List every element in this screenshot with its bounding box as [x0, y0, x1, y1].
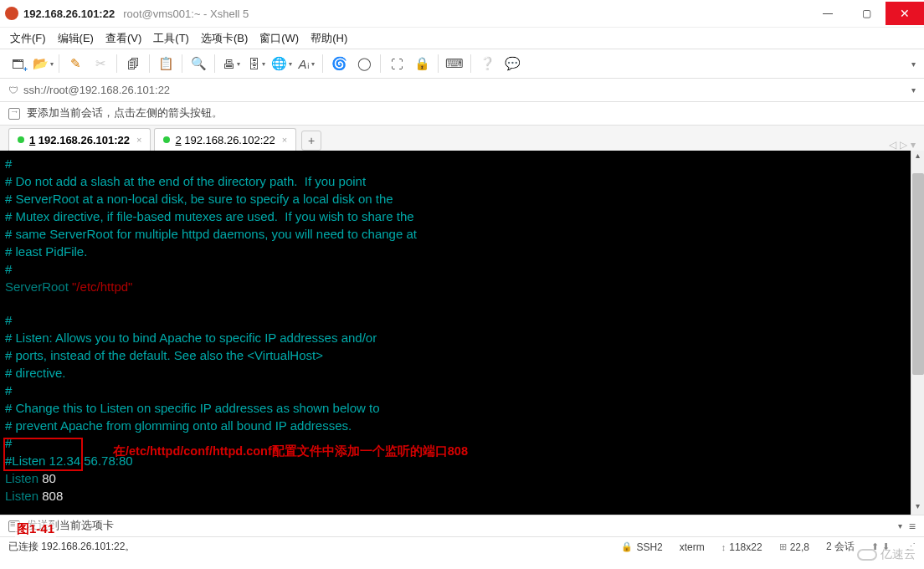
annotation-text: 在/etc/httpd/conf/httpd.conf配置文件中添加一个监听的端… — [113, 443, 468, 459]
address-text: ssh://root@192.168.26.101:22 — [23, 84, 170, 96]
terminal-line: # Change this to Listen on specific IP a… — [5, 401, 380, 415]
figure-label: 图1-41 — [15, 521, 56, 537]
tab-next-icon[interactable]: ▷ — [900, 139, 907, 151]
terminal-line: # least PidFile. — [5, 244, 87, 259]
pos-icon: ⊞ — [779, 541, 787, 552]
maximize-button[interactable]: ▢ — [847, 2, 886, 25]
status-dot-icon — [163, 136, 170, 143]
status-proto: SSH2 — [636, 541, 662, 553]
status-connection: 已连接 192.168.26.101:22。 — [8, 540, 604, 554]
session-tab-1[interactable]: 1 192.168.26.101:22 × — [8, 128, 151, 151]
refresh-icon[interactable]: 🌀 — [330, 54, 348, 73]
send-dropdown-icon[interactable]: ▾ — [898, 521, 902, 531]
app-icon — [5, 7, 18, 20]
paste-icon[interactable]: 📋 — [157, 54, 175, 73]
terminal-line: # Do not add a slash at the end of the d… — [5, 174, 366, 188]
new-session-icon[interactable]: 🗔+ — [8, 54, 27, 73]
terminal-line: # — [5, 313, 12, 327]
tab-strip: 1 192.168.26.101:22 × 2 192.168.26.102:2… — [0, 126, 924, 151]
tab-prev-icon[interactable]: ◁ — [889, 139, 896, 151]
menu-window[interactable]: 窗口(W) — [259, 31, 299, 46]
search-icon[interactable]: 🔍 — [189, 54, 208, 73]
terminal-line: # — [5, 262, 12, 276]
open-session-icon[interactable]: 📂 — [33, 54, 52, 73]
serverroot-val: "/etc/httpd" — [69, 279, 133, 294]
menu-help[interactable]: 帮助(H) — [311, 31, 347, 46]
shield-icon: 🛡 — [8, 85, 18, 96]
status-term: xterm — [680, 541, 705, 553]
hint-text: 要添加当前会话，点击左侧的箭头按钮。 — [27, 106, 223, 120]
menu-view[interactable]: 查看(V) — [105, 31, 141, 46]
listen-val: 80 — [38, 471, 56, 485]
toolbar-overflow-icon[interactable]: ▾ — [911, 59, 916, 69]
copy-icon[interactable]: 🗐 — [124, 54, 142, 73]
session-tab-2[interactable]: 2 192.168.26.102:22 × — [154, 128, 296, 151]
scroll-up-icon[interactable]: ▴ — [911, 151, 924, 164]
tab-menu-icon[interactable]: ▾ — [911, 139, 916, 151]
menu-bar: 文件(F) 编辑(E) 查看(V) 工具(T) 选项卡(B) 窗口(W) 帮助(… — [0, 27, 924, 49]
font-icon[interactable]: Aᵢ — [297, 54, 316, 73]
address-bar[interactable]: 🛡 ssh://root@192.168.26.101:22 ▾ — [0, 79, 924, 102]
status-dot-icon — [18, 136, 24, 143]
up-arrow-icon[interactable]: ⬆ — [871, 541, 879, 552]
globe-icon[interactable]: 🌐 — [272, 54, 290, 73]
lock-small-icon: 🔒 — [621, 541, 633, 552]
terminal-line: # prevent Apache from glomming onto all … — [5, 418, 352, 433]
status-size: 118x22 — [729, 541, 762, 553]
menu-edit[interactable]: 编辑(E) — [58, 31, 94, 46]
record-icon[interactable]: ◯ — [355, 54, 373, 73]
send-menu-icon[interactable]: ≡ — [909, 520, 916, 533]
listen-key: Listen — [5, 471, 38, 485]
chat-icon[interactable]: 💬 — [503, 54, 521, 73]
title-bar: 192.168.26.101:22 root@vms001:~ - Xshell… — [0, 0, 924, 27]
terminal[interactable]: # # Do not add a slash at the end of the… — [0, 151, 911, 515]
grip-icon: ⋰ — [906, 541, 916, 552]
terminal-line: # ServerRoot at a non-local disk, be sur… — [5, 192, 393, 206]
tab-close-icon[interactable]: × — [282, 135, 287, 145]
fullscreen-icon[interactable]: ⛶ — [388, 54, 406, 73]
close-button[interactable]: ✕ — [886, 2, 924, 25]
properties-icon[interactable]: 🗄 — [247, 54, 265, 73]
menu-tools[interactable]: 工具(T) — [153, 31, 189, 46]
menu-file[interactable]: 文件(F) — [10, 31, 46, 46]
size-icon: ↕ — [721, 542, 726, 552]
listen-key: Listen — [5, 489, 38, 503]
terminal-wrap: # # Do not add a slash at the end of the… — [0, 151, 924, 515]
terminal-scrollbar[interactable]: ▴ ▾ — [911, 151, 924, 515]
session-tab-2-label: 2 192.168.26.102:22 — [175, 134, 275, 146]
terminal-line: # ports, instead of the default. See als… — [5, 348, 323, 362]
window-controls: — ▢ ✕ — [808, 2, 924, 25]
status-bar: 已连接 192.168.26.101:22。 🔒SSH2 xterm ↕118x… — [0, 536, 924, 556]
terminal-line: # — [5, 156, 12, 171]
terminal-line: # Mutex directive, if file-based mutexes… — [5, 209, 414, 223]
status-pos: 22,8 — [790, 541, 809, 553]
help-icon[interactable]: ❔ — [478, 54, 496, 73]
down-arrow-icon[interactable]: ⬇ — [882, 541, 890, 552]
lock-icon[interactable]: 🔒 — [413, 54, 431, 73]
terminal-line: # same ServerRoot for multiple httpd dae… — [5, 227, 417, 241]
tab-close-icon[interactable]: × — [136, 135, 141, 145]
annotation-box — [3, 438, 83, 471]
terminal-line: # Listen: Allows you to bind Apache to s… — [5, 331, 377, 345]
reconnect-icon[interactable]: ✎ — [66, 54, 85, 73]
new-tab-button[interactable]: + — [301, 131, 321, 151]
disconnect-icon[interactable]: ✂ — [91, 54, 110, 73]
session-tab-1-label: 1 192.168.26.101:22 — [29, 134, 130, 146]
listen-val: 808 — [38, 489, 63, 503]
serverroot-key: ServerRoot — [5, 279, 69, 294]
minimize-button[interactable]: — — [808, 2, 847, 25]
window-title-sub: root@vms001:~ - Xshell 5 — [123, 8, 249, 20]
menu-tabs[interactable]: 选项卡(B) — [201, 31, 248, 46]
print-icon[interactable]: 🖶 — [222, 54, 240, 73]
window-title-host: 192.168.26.101:22 — [23, 8, 115, 20]
status-sessions: 2 会话 — [826, 540, 855, 554]
terminal-line: # directive. — [5, 366, 66, 380]
toolbar: 🗔+ 📂 ✎ ✂ 🗐 📋 🔍 🖶 🗄 🌐 Aᵢ 🌀 ◯ ⛶ 🔒 ⌨ ❔ 💬 ▾ — [0, 49, 924, 79]
keyboard-icon[interactable]: ⌨ — [445, 54, 464, 73]
address-dropdown-icon[interactable]: ▾ — [911, 85, 916, 95]
terminal-line: # — [5, 383, 12, 397]
send-hint-bar: 发送到当前选项卡 ▾ ≡ — [0, 515, 924, 536]
scroll-down-icon[interactable]: ▾ — [911, 501, 924, 515]
hint-bar: 要添加当前会话，点击左侧的箭头按钮。 — [0, 102, 924, 126]
arrow-box-icon[interactable] — [8, 108, 20, 120]
